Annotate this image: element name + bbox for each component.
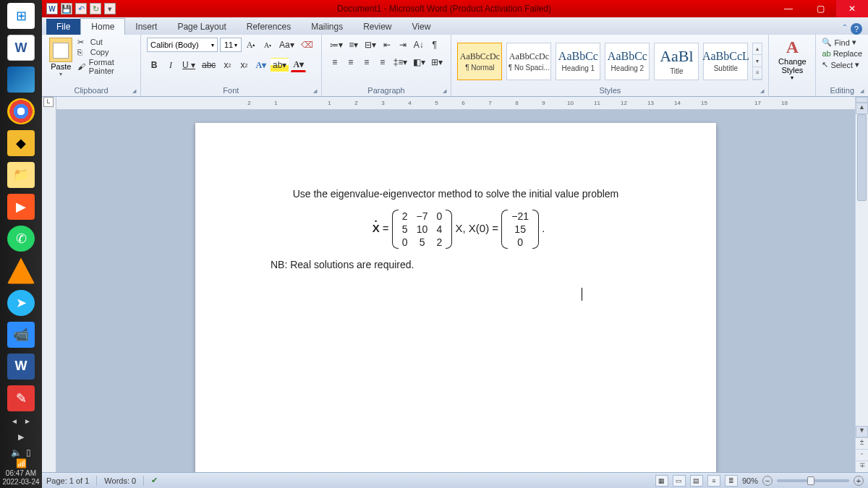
document-canvas[interactable]: Use the eigenvalue-eigenvector method to… bbox=[56, 110, 855, 472]
find-button[interactable]: 🔍Find ▾ bbox=[822, 38, 862, 47]
start-button[interactable]: ⊞ bbox=[7, 3, 35, 29]
volume-icon[interactable]: 🔈 bbox=[11, 448, 22, 458]
italic-button[interactable]: I bbox=[163, 58, 178, 72]
align-center-button[interactable]: ≡ bbox=[344, 55, 358, 69]
maximize-button[interactable]: ▢ bbox=[804, 0, 836, 17]
whatsapp-icon[interactable]: ✆ bbox=[7, 226, 35, 252]
telegram-icon[interactable]: ➤ bbox=[7, 290, 35, 316]
replace-button[interactable]: abReplace bbox=[822, 49, 862, 58]
borders-button[interactable]: ⊞▾ bbox=[429, 55, 445, 69]
tab-page-layout[interactable]: Page Layout bbox=[167, 19, 236, 35]
font-name-combo[interactable]: Calibri (Body)▾ bbox=[147, 38, 218, 52]
system-tray[interactable]: 🔈▯ 📶 06:47 AM 2022-03-24 bbox=[0, 447, 42, 488]
cut-button[interactable]: ✂Cut bbox=[77, 38, 135, 46]
text-effects-button[interactable]: A▾ bbox=[253, 58, 268, 72]
bold-button[interactable]: B bbox=[147, 58, 161, 72]
style---no-spaci---[interactable]: AaBbCcDc¶ No Spaci... bbox=[506, 43, 551, 80]
highlight-button[interactable]: ab▾ bbox=[271, 58, 289, 72]
scroll-up[interactable]: ▲ bbox=[856, 103, 868, 114]
show-marks-button[interactable]: ¶ bbox=[427, 38, 442, 52]
justify-button[interactable]: ≡ bbox=[375, 55, 390, 69]
horizontal-ruler[interactable]: 211234567891011121314151718 bbox=[56, 97, 855, 110]
tab-view[interactable]: View bbox=[402, 19, 441, 35]
tab-insert[interactable]: Insert bbox=[125, 19, 167, 35]
tab-mailings[interactable]: Mailings bbox=[301, 19, 353, 35]
undo-qat[interactable]: ↶ bbox=[75, 3, 87, 14]
web-layout-view[interactable]: ▤ bbox=[690, 475, 703, 487]
minimize-button[interactable]: — bbox=[773, 0, 804, 17]
copy-button[interactable]: ⎘Copy bbox=[77, 48, 135, 56]
edge-icon[interactable] bbox=[7, 67, 35, 93]
shrink-font-button[interactable]: A▾ bbox=[260, 38, 275, 52]
chrome-icon[interactable] bbox=[7, 98, 35, 124]
multilevel-button[interactable]: ⊟▾ bbox=[362, 38, 378, 52]
vertical-ruler[interactable]: L bbox=[42, 97, 56, 472]
zoom-in[interactable]: + bbox=[854, 476, 864, 486]
tab-review[interactable]: Review bbox=[353, 19, 401, 35]
battery-icon[interactable]: ▯ bbox=[26, 448, 31, 458]
underline-button[interactable]: U ▾ bbox=[180, 58, 197, 72]
decrease-indent-button[interactable]: ⇤ bbox=[380, 38, 394, 52]
align-left-button[interactable]: ≡ bbox=[328, 55, 342, 69]
font-size-combo[interactable]: 11▾ bbox=[220, 38, 242, 52]
zoom-slider[interactable] bbox=[777, 479, 849, 482]
grow-font-button[interactable]: A▴ bbox=[244, 38, 258, 52]
styles-more[interactable]: ▴▾≡ bbox=[752, 43, 762, 80]
paste-icon[interactable] bbox=[49, 38, 72, 62]
proofing-icon[interactable]: ✔ bbox=[151, 476, 158, 485]
vertical-scrollbar[interactable]: ▲ ▼ ± ◦ ∓ bbox=[855, 97, 868, 472]
page-status[interactable]: Page: 1 of 1 bbox=[46, 476, 89, 485]
strikethrough-button[interactable]: abc bbox=[200, 58, 218, 72]
print-layout-view[interactable]: ▦ bbox=[655, 475, 668, 487]
scroll-down[interactable]: ▼ bbox=[856, 426, 868, 437]
font-color-button[interactable]: A▾ bbox=[291, 58, 306, 72]
split-handle[interactable] bbox=[856, 97, 868, 103]
music-app-icon[interactable]: ▶ bbox=[7, 194, 35, 220]
tab-references[interactable]: References bbox=[237, 19, 301, 35]
paste-dropdown[interactable]: ▾ bbox=[59, 71, 62, 77]
fullscreen-view[interactable]: ▭ bbox=[673, 475, 686, 487]
taskbar-expand[interactable]: ▶ bbox=[4, 432, 38, 441]
qat-customize[interactable]: ▾ bbox=[104, 3, 116, 14]
file-explorer-icon[interactable]: 📁 bbox=[7, 162, 35, 188]
save-qat[interactable]: 💾 bbox=[61, 3, 72, 14]
taskbar-scroll[interactable]: ◄► bbox=[4, 417, 38, 427]
style---normal[interactable]: AaBbCcDc¶ Normal bbox=[457, 43, 502, 80]
draft-view[interactable]: ≣ bbox=[725, 475, 738, 487]
style-heading-2[interactable]: AaBbCcHeading 2 bbox=[605, 43, 650, 80]
close-button[interactable]: ✕ bbox=[836, 0, 868, 17]
page[interactable]: Use the eigenvalue-eigenvector method to… bbox=[195, 123, 716, 472]
change-styles-button[interactable]: A Change Styles ▾ bbox=[775, 38, 809, 81]
numbering-button[interactable]: ≡▾ bbox=[346, 38, 361, 52]
shading-button[interactable]: ◧▾ bbox=[411, 55, 427, 69]
tab-selector[interactable]: L bbox=[43, 97, 54, 107]
select-button[interactable]: ↖Select ▾ bbox=[822, 60, 862, 69]
vlc-icon[interactable] bbox=[7, 257, 35, 283]
bullets-button[interactable]: ≔▾ bbox=[328, 38, 345, 52]
network-icon[interactable]: 📶 bbox=[16, 458, 27, 468]
word-running-icon[interactable]: W bbox=[7, 354, 35, 380]
increase-indent-button[interactable]: ⇥ bbox=[396, 38, 410, 52]
style-subtitle[interactable]: AaBbCcLSubtitle bbox=[703, 43, 748, 80]
outline-view[interactable]: ≡ bbox=[707, 475, 720, 487]
align-right-button[interactable]: ≡ bbox=[359, 55, 374, 69]
browse-object[interactable]: ◦ bbox=[856, 449, 868, 461]
next-page[interactable]: ∓ bbox=[856, 461, 868, 472]
binance-icon[interactable]: ◆ bbox=[7, 130, 35, 156]
format-painter-button[interactable]: 🖌Format Painter bbox=[77, 58, 135, 75]
clock-time[interactable]: 06:47 AM bbox=[0, 469, 42, 477]
zoom-out[interactable]: − bbox=[762, 476, 773, 486]
tab-file[interactable]: File bbox=[46, 19, 80, 35]
change-case-button[interactable]: Aa▾ bbox=[277, 38, 297, 52]
style-heading-1[interactable]: AaBbCcHeading 1 bbox=[556, 43, 600, 80]
clock-date[interactable]: 2022-03-24 bbox=[0, 478, 42, 486]
minimize-ribbon-icon[interactable]: ˆ bbox=[843, 23, 846, 35]
zoom-icon[interactable]: 📹 bbox=[7, 322, 35, 348]
scroll-thumb[interactable] bbox=[857, 114, 867, 201]
paste-button[interactable]: Paste bbox=[51, 62, 71, 71]
prev-page[interactable]: ± bbox=[856, 437, 868, 449]
acrobat-icon[interactable]: ✎ bbox=[7, 385, 35, 411]
word-app-icon[interactable]: W bbox=[46, 3, 58, 14]
clear-formatting-button[interactable]: ⌫ bbox=[299, 38, 315, 52]
word-taskbar-icon[interactable]: W bbox=[7, 35, 35, 61]
